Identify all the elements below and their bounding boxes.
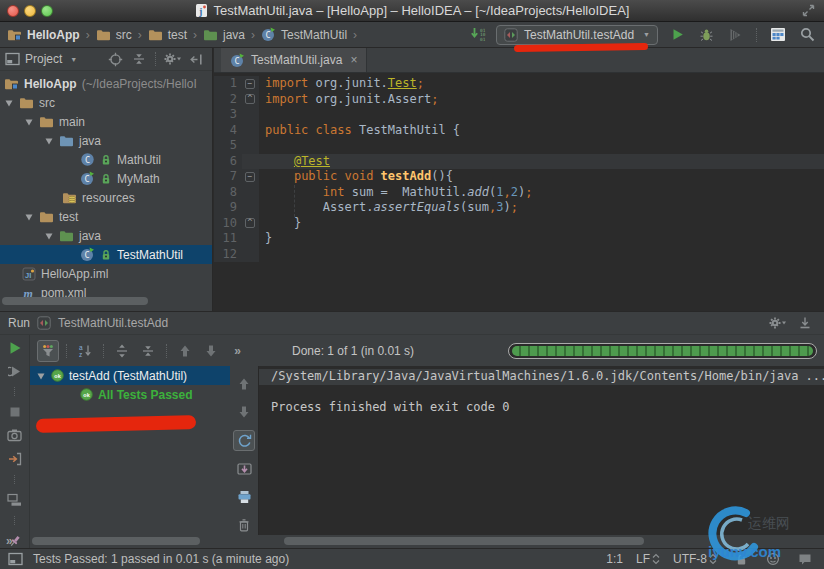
track-test-button[interactable] [233,430,255,451]
project-tree-row-helloapp-iml[interactable]: JIHelloApp.iml [0,264,212,283]
target-button[interactable] [104,48,126,70]
stop-button[interactable] [4,405,26,419]
breadcrumb-item-test[interactable]: test [147,28,188,42]
down-arrow-button[interactable] [233,402,255,423]
breadcrumb-item-helloapp[interactable]: HelloApp [6,28,81,42]
run-button[interactable] [666,24,688,46]
filter-passed-button[interactable] [37,340,59,362]
breadcrumb-item-src[interactable]: src [95,28,133,42]
restore-layout-button[interactable] [4,493,26,507]
export-button[interactable] [233,458,255,479]
rerun-failed-button[interactable] [4,364,26,378]
zoom-window-button[interactable] [41,5,53,17]
minimize-button[interactable] [794,312,816,334]
fold-gutter [242,185,259,201]
run-tab-label[interactable]: Run [8,316,30,330]
project-tree-row-src[interactable]: src [0,93,212,112]
project-tree-row-testmathutil[interactable]: CTestMathUtil [0,245,212,264]
test-class-icon: C [230,53,245,68]
scrollbar-thumb[interactable] [2,297,148,305]
tree-arrow-icon[interactable] [36,371,46,381]
project-tree-row-mathutil[interactable]: CMathUtil [0,150,212,169]
tree-arrow-icon[interactable] [24,212,34,222]
toolbar-separator [155,52,156,66]
print-button[interactable] [233,486,255,507]
lock-small-button[interactable] [730,548,752,569]
breadcrumb-label: test [168,28,187,42]
up-arrow-button[interactable] [233,374,255,395]
caret-position[interactable]: 1:1 [606,552,623,566]
project-tree-row-java[interactable]: java [0,226,212,245]
collapse-all-button[interactable] [128,48,150,70]
breadcrumb-item-testmathutil[interactable]: CTestMathUtil [260,27,348,42]
code-editor[interactable]: 1−import org.junit.Test;2^import org.jun… [214,73,824,311]
scrollbar-thumb[interactable] [32,537,200,545]
tree-arrow-icon[interactable] [24,117,34,127]
search-button[interactable] [796,24,818,46]
editor-line: 1−import org.junit.Test; [214,76,824,92]
fold-marker-icon[interactable]: − [245,79,255,89]
vcs-incoming-changes-icon[interactable]: 011001 [470,27,488,42]
balloon-button[interactable] [794,548,816,569]
collapse-all-button[interactable] [137,340,159,362]
more-options-icon[interactable]: » [6,534,12,548]
editor-line: 7− public void testAdd(){ [214,169,824,185]
chevron-down-icon[interactable]: ▼ [70,56,77,63]
debug-button[interactable] [695,24,717,46]
test-tree-row[interactable]: okAll Tests Passed [30,385,230,404]
coverage-button[interactable] [724,24,746,46]
project-tree-row-resources[interactable]: resources [0,188,212,207]
project-tree-row-helloapp[interactable]: HelloApp (~/IdeaProjects/HelloI [0,74,212,93]
resize-grip-icon[interactable] [801,3,816,18]
line-number: 9 [214,200,242,216]
sort-alpha-button[interactable]: az [74,340,96,362]
project-tree-row-main[interactable]: main [0,112,212,131]
gear-dropdown-button[interactable] [766,312,788,334]
run-console[interactable]: /System/Library/Java/JavaVirtualMachines… [258,366,824,535]
trash-button[interactable] [233,514,255,535]
fold-marker-icon[interactable]: ^ [245,94,255,104]
project-view-title[interactable]: Project [25,52,62,66]
breadcrumb-item-java[interactable]: java [202,28,246,42]
scrollbar-thumb[interactable] [284,537,644,545]
tree-arrow-icon[interactable] [4,98,14,108]
more-button[interactable]: » [226,340,248,362]
project-tree-row-java[interactable]: java [0,131,212,150]
project-tool-window: Project ▼ HelloApp (~/IdeaProjects/Hello… [0,48,213,311]
tree-item-label: MathUtil [117,153,161,167]
fold-gutter [242,138,259,154]
expand-all-button[interactable] [111,340,133,362]
breadcrumb-label: TestMathUtil [281,28,347,42]
play-button[interactable] [4,341,26,355]
down-arrow-button[interactable] [200,340,222,362]
svg-text:j: j [198,6,202,17]
editor-tab-testmathutil[interactable]: C TestMathUtil.java × [221,48,367,72]
updown-chevron-icon [652,553,660,565]
up-arrow-button[interactable] [174,340,196,362]
gear-dropdown-icon [163,52,182,66]
encoding-select[interactable]: UTF-8 [673,552,717,566]
close-window-button[interactable] [7,5,19,17]
tree-arrow-icon[interactable] [44,231,54,241]
hector-button[interactable] [762,548,784,569]
editor-line: 11} [214,231,824,247]
camera-button[interactable] [4,428,26,442]
gear-dropdown-button[interactable] [161,48,183,70]
line-separator-select[interactable]: LF [636,552,660,566]
project-tree-row-test[interactable]: test [0,207,212,226]
fold-marker-icon[interactable]: ^ [245,218,255,228]
tool-window-toggle-icon[interactable] [8,552,23,566]
test-tree-row[interactable]: oktestAdd (TestMathUtil) [30,366,230,385]
tree-item-label: TestMathUtil [117,248,183,262]
project-tree-row-mymath[interactable]: CMyMath [0,169,212,188]
fold-marker-icon[interactable]: − [245,172,255,182]
toolbar-separator [14,475,15,484]
tree-arrow-icon[interactable] [44,136,54,146]
changes-grid-button[interactable] [767,24,789,46]
jump-in-button[interactable] [4,452,26,466]
hide-side-button[interactable] [185,48,207,70]
close-icon[interactable]: × [350,53,357,67]
minimize-window-button[interactable] [24,5,36,17]
run-configuration-select[interactable]: TestMathUtil.testAdd ▼ [496,25,658,45]
status-bar: Tests Passed: 1 passed in 0.01 s (a minu… [0,548,824,569]
